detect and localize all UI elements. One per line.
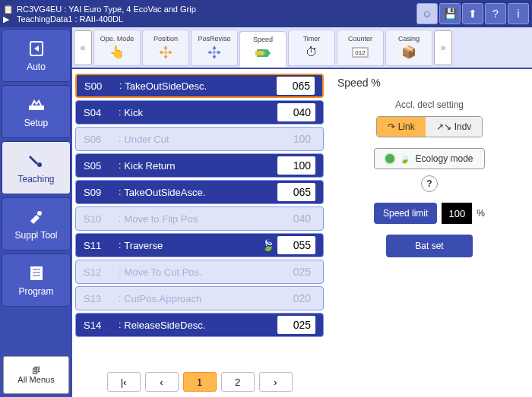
step-name: ReleaseSideDesc.	[124, 320, 274, 331]
toggle-indv[interactable]: ↗↘Indv	[426, 117, 483, 137]
step-value: 065	[277, 77, 315, 95]
step-row[interactable]: S11:Traverse🍃055	[75, 233, 324, 257]
svg-point-2	[37, 162, 42, 167]
step-name: Traverse	[124, 240, 261, 251]
indv-arrow-icon: ↗↘	[436, 121, 451, 132]
step-name: Under Cut	[124, 134, 277, 145]
export-icon[interactable]: ⬆	[462, 3, 483, 24]
sidebar-setup[interactable]: Setup	[2, 85, 71, 138]
header-line1: RC3VG4EU : YAI Euro Type, 4 EcoVac and G…	[17, 5, 196, 14]
step-name: Move to Flip Pos	[124, 213, 277, 225]
step-name: Kick Return	[124, 160, 274, 172]
tab-prev[interactable]: «	[74, 30, 92, 65]
sidebar-teaching[interactable]: Teaching	[2, 141, 71, 194]
page-next[interactable]: ›	[259, 372, 293, 392]
step-value: 100	[277, 156, 315, 175]
svg-rect-1	[29, 106, 44, 110]
data-icon: ▶	[3, 14, 14, 24]
sidebar-label: Suppl Tool	[15, 230, 58, 241]
step-value: 065	[277, 183, 315, 201]
auto-icon	[24, 39, 49, 58]
step-name: TakeOutSideAsce.	[124, 187, 274, 198]
step-value: 020	[277, 292, 315, 304]
step-row[interactable]: S05:Kick Return100	[75, 153, 324, 178]
tab-position[interactable]: Position	[142, 30, 189, 66]
step-value: 025	[277, 316, 315, 334]
page-first[interactable]: |‹	[107, 372, 141, 392]
step-row[interactable]: S09:TakeOutSideAsce.065	[75, 180, 324, 204]
ecology-mode-button[interactable]: 🍃 Ecology mode	[374, 148, 484, 169]
step-code: S05	[84, 160, 116, 172]
sidebar-auto[interactable]: Auto	[2, 29, 71, 82]
step-code: S06	[84, 134, 116, 145]
step-value: 040	[277, 213, 315, 225]
step-row[interactable]: S12:Move To Cut Pos.025	[75, 260, 324, 284]
step-name: Move To Cut Pos.	[124, 266, 277, 278]
tab-ope-mode[interactable]: Ope. Mode👆	[93, 30, 141, 66]
step-name: Kick	[124, 107, 274, 118]
speed-icon	[253, 45, 273, 61]
save-icon[interactable]: 💾	[439, 3, 461, 24]
tab-speed[interactable]: Speed	[239, 31, 287, 68]
step-value: 055	[277, 236, 315, 254]
sidebar-label: Teaching	[17, 174, 54, 184]
tab-posrevise[interactable]: PosRevise	[191, 30, 238, 66]
user-icon[interactable]: ☺	[416, 3, 438, 24]
step-row[interactable]: S10:Move to Flip Pos040	[75, 206, 324, 231]
step-name: TakeOutSideDesc.	[125, 80, 274, 92]
timer-icon: ⏱	[302, 44, 321, 61]
sidebar-label: Program	[18, 286, 53, 297]
sidebar-label: Setup	[24, 118, 48, 128]
teaching-icon	[24, 151, 49, 171]
sidebar-suppl-tool[interactable]: Suppl Tool	[2, 197, 71, 250]
page-1[interactable]: 1	[183, 372, 217, 392]
help-button[interactable]: ?	[421, 175, 438, 192]
stack-icon: 🗐	[32, 366, 40, 375]
step-row[interactable]: S14:ReleaseSideDesc.025	[75, 313, 324, 337]
step-row[interactable]: S04:Kick040	[75, 100, 324, 124]
touch-logo-icon: 📋	[3, 5, 14, 14]
all-menus-button[interactable]: 🗐 All Menus	[3, 356, 69, 394]
all-menus-label: All Menus	[17, 375, 54, 384]
tool-icon	[24, 207, 49, 227]
program-icon	[24, 263, 49, 283]
step-row[interactable]: S13:CutPos.Approach020	[75, 286, 324, 310]
link-arrow-icon: ↷	[388, 121, 395, 132]
step-value: 025	[277, 266, 315, 278]
leaf-icon: 🍃	[399, 153, 410, 164]
info-icon[interactable]: i	[508, 3, 529, 24]
step-code: S04	[84, 107, 116, 118]
svg-point-3	[37, 211, 42, 216]
step-value: 100	[277, 133, 315, 145]
step-code: S10	[84, 213, 116, 225]
step-code: S11	[84, 240, 116, 251]
toggle-link[interactable]: ↷Link	[377, 117, 426, 137]
help-icon[interactable]: ?	[485, 3, 506, 24]
posrevise-icon	[204, 44, 224, 61]
leaf-icon: 🍃	[261, 239, 274, 251]
page-2[interactable]: 2	[221, 372, 255, 392]
step-row[interactable]: S00:TakeOutSideDesc.065	[75, 74, 324, 98]
tab-next[interactable]: »	[434, 30, 452, 65]
accl-toggle: ↷Link ↗↘Indv	[376, 116, 483, 137]
step-name: CutPos.Approach	[124, 293, 277, 304]
bat-set-button[interactable]: Bat set	[386, 235, 472, 257]
sidebar-program[interactable]: Program	[2, 254, 71, 307]
step-code: S00	[84, 80, 116, 92]
opemode-icon: 👆	[107, 44, 127, 61]
tab-casing[interactable]: Casing📦	[385, 30, 432, 66]
speed-limit-button[interactable]: Speed limit	[374, 203, 437, 224]
step-code: S09	[84, 187, 116, 198]
accl-label: Accl, decl setting	[395, 99, 464, 110]
tab-timer[interactable]: Timer⏱	[288, 30, 335, 66]
speed-limit-value[interactable]: 100	[442, 203, 472, 224]
panel-title: Speed %	[337, 77, 521, 89]
step-row[interactable]: S06:Under Cut100	[75, 127, 324, 151]
page-prev[interactable]: ‹	[145, 372, 179, 392]
eco-indicator-icon	[385, 154, 394, 163]
tab-counter[interactable]: Counter012	[337, 30, 384, 66]
position-icon	[156, 44, 176, 61]
speed-limit-unit: %	[477, 208, 485, 219]
header-line2: TeachingData1 : RAII-400DL	[17, 14, 123, 24]
svg-text:012: 012	[355, 49, 366, 56]
